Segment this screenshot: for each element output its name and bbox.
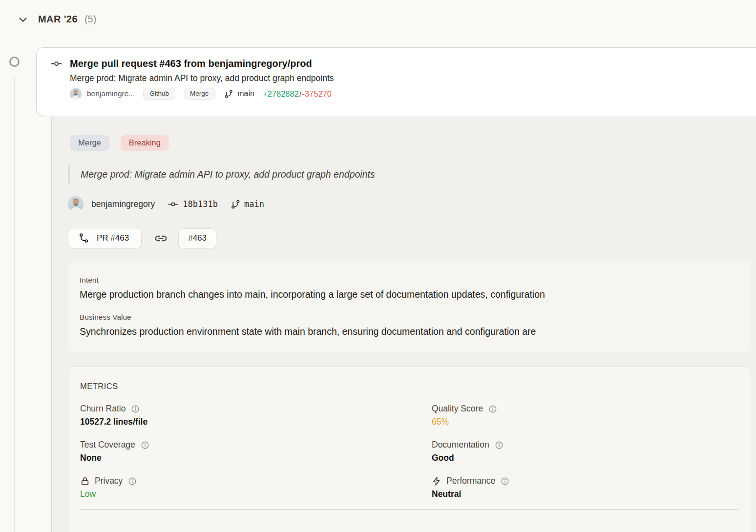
deletions-count: -375270 — [302, 89, 332, 99]
quote-text: Merge prod: Migrate admin API to proxy, … — [81, 165, 375, 184]
chevron-down-icon[interactable] — [18, 14, 28, 25]
branch-icon — [231, 199, 241, 209]
branch-name: main — [244, 199, 264, 209]
metrics-divider — [80, 509, 739, 510]
metric-privacy: Privacy Low — [80, 476, 432, 499]
author-name-truncated[interactable]: benjamingre... — [87, 89, 135, 98]
month-group-header[interactable]: MAR '26 (5) — [18, 14, 96, 25]
metric-value: Low — [80, 489, 432, 499]
info-icon[interactable] — [128, 477, 137, 486]
bolt-icon — [432, 476, 441, 486]
diff-stats: +2782882 / -375270 — [263, 89, 332, 99]
reference-buttons-row: PR #463 #463 — [68, 228, 751, 248]
pull-request-icon — [79, 233, 89, 243]
metric-value: Good — [432, 453, 739, 463]
avatar — [68, 196, 84, 212]
pr-link-button[interactable]: PR #463 — [68, 228, 142, 248]
commit-message-quote: Merge prod: Migrate admin API to proxy, … — [68, 165, 751, 184]
business-value-label: Business Value — [80, 313, 739, 322]
quote-bar — [68, 165, 70, 184]
info-icon[interactable] — [488, 405, 497, 413]
avatar — [70, 88, 82, 100]
commit-card[interactable]: Merge pull request #463 from benjamingre… — [36, 47, 756, 116]
branch-icon — [224, 89, 233, 99]
commit-icon — [51, 58, 62, 69]
intent-text: Merge production branch changes into mai… — [80, 289, 739, 300]
metric-value: 10527.2 lines/file — [80, 417, 432, 427]
additions-count: +2782882 — [263, 89, 299, 99]
metric-value: None — [80, 453, 432, 463]
month-label: MAR '26 — [38, 14, 78, 25]
intent-section: Intent Merge production branch changes i… — [68, 261, 751, 352]
timeline-node — [9, 57, 20, 67]
intent-label: Intent — [80, 276, 739, 285]
commit-hash[interactable]: 18b131b — [183, 199, 218, 209]
commit-detail-panel: Merge Breaking Merge prod: Migrate admin… — [51, 116, 756, 532]
month-count: (5) — [84, 14, 96, 25]
author-name[interactable]: benjamingregory — [91, 199, 155, 209]
metrics-title: METRICS — [80, 382, 739, 391]
lock-icon — [80, 476, 90, 486]
breaking-badge: Breaking — [121, 135, 169, 151]
metric-value: Neutral — [432, 489, 739, 499]
business-value-text: Synchronizes production environment stat… — [80, 326, 739, 337]
branch-name: main — [237, 89, 254, 98]
info-icon[interactable] — [501, 477, 509, 486]
type-badge: Merge — [184, 88, 215, 100]
metric-quality-score: Quality Score 65% — [432, 404, 739, 427]
pr-button-label: PR #463 — [97, 233, 129, 243]
info-icon[interactable] — [495, 441, 504, 450]
commit-title: Merge pull request #463 from benjamingre… — [70, 58, 312, 69]
metric-documentation: Documentation Good — [432, 440, 739, 463]
commit-icon — [168, 199, 178, 209]
metric-churn-ratio: Churn Ratio 10527.2 lines/file — [80, 404, 432, 427]
metric-test-coverage: Test Coverage None — [80, 440, 432, 463]
metric-value: 65% — [432, 417, 739, 427]
metric-performance: Performance Neutral — [432, 476, 739, 499]
timeline-line — [14, 76, 15, 532]
source-badge: Github — [143, 88, 175, 100]
commit-subtitle: Merge prod: Migrate admin API to proxy, … — [70, 73, 756, 83]
info-icon[interactable] — [141, 441, 149, 450]
commit-meta-row: benjamingre... Github Merge main +278288… — [70, 88, 756, 100]
author-row: benjamingregory 18b131b main — [68, 196, 751, 212]
metrics-section: METRICS Churn Ratio 10527.2 lines/file Q… — [68, 367, 751, 532]
merge-badge: Merge — [70, 135, 109, 151]
issue-ref-label: #463 — [188, 233, 207, 243]
link-icon — [154, 232, 168, 245]
detail-badges-row: Merge Breaking — [70, 135, 751, 151]
info-icon[interactable] — [131, 405, 140, 413]
issue-ref-button[interactable]: #463 — [178, 228, 216, 248]
